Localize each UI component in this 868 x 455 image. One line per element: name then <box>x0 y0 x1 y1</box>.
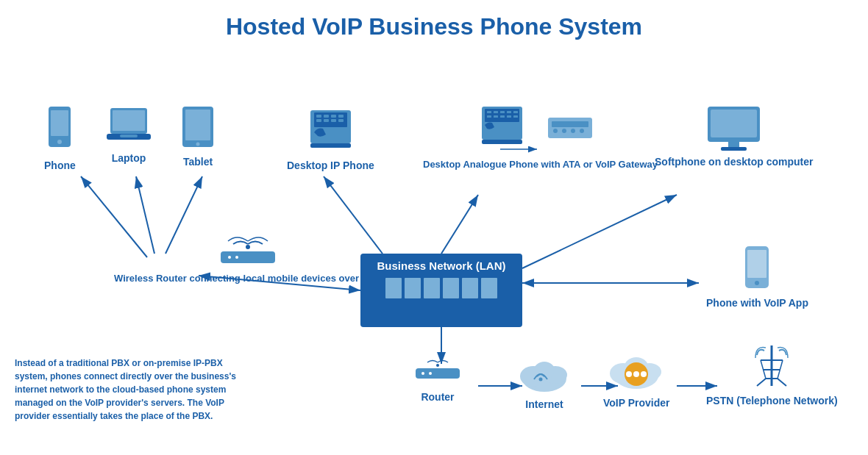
svg-point-66 <box>436 364 439 367</box>
tablet-device: Tablet <box>180 107 216 168</box>
network-window-2 <box>405 278 421 298</box>
desktop-ip-phone-icon <box>307 107 355 154</box>
svg-rect-54 <box>552 121 588 127</box>
svg-point-65 <box>755 281 759 285</box>
svg-line-90 <box>778 379 786 386</box>
svg-rect-33 <box>331 115 336 118</box>
svg-point-57 <box>571 129 575 133</box>
svg-point-82 <box>641 371 647 377</box>
svg-rect-44 <box>500 111 505 113</box>
phone-label: Phone <box>44 159 76 172</box>
svg-rect-34 <box>338 115 344 118</box>
desktop-analogue-icon <box>482 103 600 154</box>
voip-provider-label: VoIP Provider <box>603 396 670 409</box>
svg-point-74 <box>539 378 543 381</box>
svg-point-28 <box>235 256 238 259</box>
internet-icon <box>515 353 574 393</box>
svg-rect-48 <box>494 115 498 118</box>
page-title: Hosted VoIP Business Phone System <box>0 0 868 48</box>
svg-point-69 <box>429 372 432 375</box>
network-window-6 <box>481 278 497 298</box>
svg-point-17 <box>57 140 62 144</box>
softphone-icon <box>706 107 761 151</box>
svg-rect-36 <box>324 119 329 122</box>
svg-rect-21 <box>120 135 138 137</box>
phone-device: Phone <box>44 107 76 172</box>
svg-point-68 <box>421 372 424 375</box>
svg-rect-38 <box>338 119 344 122</box>
router-device: Router <box>412 357 463 404</box>
svg-point-25 <box>246 245 250 249</box>
svg-rect-45 <box>507 111 511 113</box>
internet-device: Internet <box>515 353 574 411</box>
svg-rect-35 <box>316 119 321 122</box>
network-window-5 <box>462 278 478 298</box>
svg-rect-31 <box>316 115 321 118</box>
svg-point-24 <box>196 143 200 146</box>
pstn-icon <box>750 342 794 390</box>
desktop-analogue-label: Desktop Analogue Phone with ATA or VoIP … <box>423 159 658 171</box>
network-window-3 <box>424 278 440 298</box>
pstn-device: PSTN (Telephone Network) <box>706 342 838 407</box>
svg-rect-42 <box>487 111 491 113</box>
router-icon <box>412 357 463 386</box>
svg-rect-23 <box>185 110 210 140</box>
svg-point-58 <box>580 129 584 133</box>
diagram-area: Phone Laptop Tablet <box>0 48 868 452</box>
pstn-label: PSTN (Telephone Network) <box>706 394 838 407</box>
desktop-ip-phone-device: Desktop IP Phone <box>287 107 374 172</box>
svg-rect-32 <box>324 115 329 118</box>
desktop-analogue-device: Desktop Analogue Phone with ATA or VoIP … <box>423 103 658 171</box>
svg-rect-16 <box>51 110 68 136</box>
svg-rect-60 <box>711 110 757 137</box>
svg-rect-46 <box>513 111 518 113</box>
svg-rect-49 <box>500 115 505 118</box>
laptop-label: Laptop <box>112 151 146 165</box>
svg-line-89 <box>757 379 766 386</box>
svg-rect-62 <box>721 147 747 151</box>
svg-rect-53 <box>548 118 592 138</box>
description-text: Instead of a traditional PBX or on-premi… <box>15 358 236 421</box>
voip-app-phone-icon <box>743 246 771 292</box>
svg-line-8 <box>522 195 677 268</box>
softphone-device: Softphone on desktop computer <box>655 107 813 168</box>
svg-rect-52 <box>482 140 522 144</box>
description-box: Instead of a traditional PBX or on-premi… <box>15 357 243 423</box>
voip-app-phone-label: Phone with VoIP App <box>706 296 808 309</box>
softphone-label: Softphone on desktop computer <box>655 155 813 168</box>
laptop-device: Laptop <box>107 107 151 165</box>
svg-rect-39 <box>310 143 351 148</box>
tablet-icon <box>180 107 216 151</box>
laptop-icon <box>107 107 151 147</box>
svg-rect-47 <box>487 115 491 118</box>
svg-point-56 <box>562 129 566 133</box>
desktop-ip-label: Desktop IP Phone <box>287 159 374 172</box>
wireless-router-device: Wireless Router connecting local mobile … <box>114 235 382 285</box>
svg-point-81 <box>633 371 639 377</box>
svg-rect-64 <box>747 250 766 278</box>
svg-rect-51 <box>513 115 518 118</box>
wireless-router-icon <box>215 235 281 268</box>
network-window-4 <box>443 278 459 298</box>
voip-provider-icon <box>607 348 666 392</box>
voip-app-phone-device: Phone with VoIP App <box>706 246 808 309</box>
svg-rect-37 <box>331 119 336 122</box>
wireless-router-label: Wireless Router connecting local mobile … <box>114 273 382 285</box>
network-window-1 <box>385 278 402 298</box>
business-network-label: Business Network (LAN) <box>373 254 509 275</box>
svg-point-80 <box>626 371 632 377</box>
business-network-box: Business Network (LAN) <box>360 254 522 327</box>
voip-provider-device: VoIP Provider <box>603 348 670 409</box>
router-label: Router <box>421 390 454 404</box>
phone-icon <box>45 107 74 154</box>
svg-point-27 <box>228 256 231 259</box>
svg-rect-19 <box>113 110 145 131</box>
network-windows <box>383 275 500 301</box>
internet-label: Internet <box>525 398 563 411</box>
svg-rect-50 <box>507 115 511 118</box>
svg-rect-61 <box>728 142 739 147</box>
tablet-label: Tablet <box>183 155 213 168</box>
svg-line-7 <box>441 195 478 254</box>
svg-rect-43 <box>494 111 498 113</box>
svg-point-55 <box>553 129 558 133</box>
